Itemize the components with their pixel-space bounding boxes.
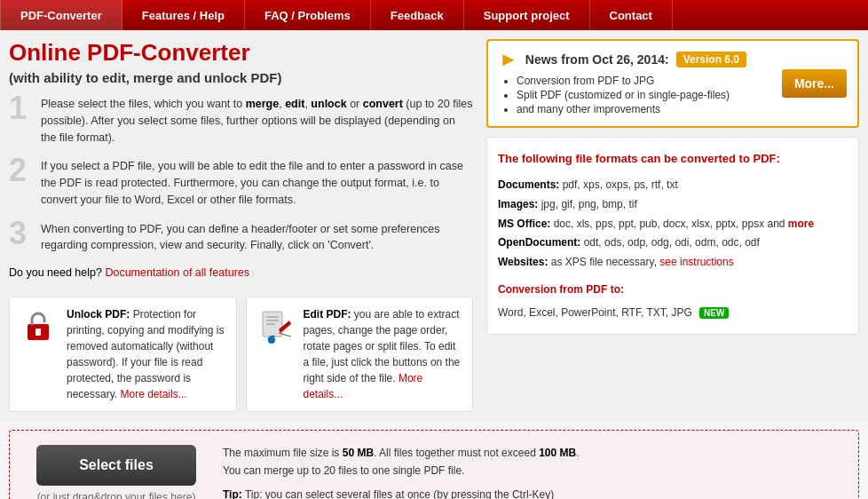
news-item-2: Split PDF (customized or in single-page-…: [517, 89, 773, 101]
conversion-formats: Word, Excel, PowerPoint, RTF, TXT, JPG N…: [498, 304, 848, 323]
features-row: Unlock PDF: Protection for printing, cop…: [9, 288, 473, 412]
conversion-title: Conversion from PDF to:: [498, 281, 848, 300]
websites-see-link[interactable]: see instructions: [659, 256, 733, 268]
formats-opendoc: OpenDocument: odt, ods, odp, odg, odi, o…: [498, 234, 848, 253]
news-item-3: and many other improvements: [517, 103, 773, 115]
unlock-feature-box: Unlock PDF: Protection for printing, cop…: [9, 297, 237, 412]
nav-pdf-converter[interactable]: PDF-Converter: [0, 0, 122, 30]
file-info: The maximum file size is 50 MB. All file…: [223, 444, 580, 499]
svg-rect-1: [36, 329, 41, 336]
step-number-2: 2: [9, 154, 34, 186]
nav-faq-problems[interactable]: FAQ / Problems: [245, 0, 371, 30]
formats-msoffice: MS Office: doc, xls, pps, ppt, pub, docx…: [498, 215, 848, 234]
formats-documents-value: pdf, xps, oxps, ps, rtf, txt: [563, 178, 678, 191]
max-size-info: The maximum file size is 50 MB. All file…: [223, 444, 580, 462]
formats-msoffice-label: MS Office:: [498, 218, 550, 230]
step-number-1: 1: [9, 92, 34, 124]
formats-documents: Documents: pdf, xps, oxps, ps, rtf, txt: [498, 176, 848, 195]
formats-websites-value: as XPS file necessary,: [551, 256, 657, 268]
msoffice-more-link[interactable]: more: [788, 218, 814, 230]
unlock-icon: [19, 306, 58, 345]
navigation: PDF-Converter Features / Help FAQ / Prob…: [0, 0, 868, 30]
formats-documents-label: Documents:: [498, 178, 559, 191]
formats-title: The following file formats can be conver…: [498, 148, 848, 169]
left-panel: Online PDF-Converter (with ability to ed…: [9, 39, 486, 412]
news-title: News from Oct 26, 2014:: [525, 52, 669, 67]
step-text-2: If you select a PDF file, you will be ab…: [41, 158, 473, 208]
unlock-more-link[interactable]: More details...: [120, 388, 186, 400]
news-box: ► News from Oct 26, 2014: Version 6.0 Co…: [486, 39, 859, 128]
bottom-section: Select files (or just drag&drop your fil…: [9, 430, 859, 499]
edit-feature-box: Edit PDF: you are able to extract pages,…: [246, 297, 474, 412]
edit-icon: [256, 306, 295, 345]
formats-images-label: Images:: [498, 198, 538, 210]
doc-link[interactable]: Documentation of all features: [105, 266, 249, 279]
doc-link-area: Do you need help? Documentation of all f…: [9, 266, 473, 279]
formats-box: The following file formats can be conver…: [486, 137, 859, 335]
step-number-3: 3: [9, 218, 34, 250]
step-1: 1 Please select the files, which you wan…: [9, 96, 473, 146]
nav-feedback[interactable]: Feedback: [371, 0, 464, 30]
nav-contact[interactable]: Contact: [590, 0, 673, 30]
news-item-1: Conversion from PDF to JPG: [517, 75, 773, 87]
merge-info: You can merge up to 20 files to one sing…: [223, 462, 580, 479]
step-2: 2 If you select a PDF file, you will be …: [9, 158, 473, 208]
news-header: ► News from Oct 26, 2014: Version 6.0: [499, 50, 773, 69]
select-files-button[interactable]: Select files: [36, 445, 196, 486]
formats-websites: Websites: as XPS file necessary, see ins…: [498, 253, 848, 273]
drag-drop-text: (or just drag&drop your files here): [37, 491, 196, 499]
page-title: Online PDF-Converter: [9, 39, 473, 67]
more-button[interactable]: More...: [782, 69, 847, 98]
step-text-1: Please select the files, which you want …: [41, 96, 473, 146]
formats-msoffice-value: doc, xls, pps, ppt, pub, docx, xlsx, ppt…: [554, 218, 785, 230]
news-items-list: Conversion from PDF to JPG Split PDF (cu…: [499, 75, 773, 115]
unlock-feature-text: Unlock PDF: Protection for printing, cop…: [67, 306, 227, 402]
formats-images-value: jpg, gif, png, bmp, tif: [541, 198, 637, 210]
formats-opendoc-value: odt, ods, odp, odg, odi, odm, odc, odf: [584, 236, 760, 249]
new-badge: NEW: [699, 307, 729, 319]
version-badge: Version 6.0: [676, 51, 746, 67]
tip-text: Tip: Tip: you can select several files a…: [223, 486, 580, 499]
news-arrow-icon: ►: [499, 50, 518, 69]
right-panel: ► News from Oct 26, 2014: Version 6.0 Co…: [486, 39, 859, 412]
formats-websites-label: Websites:: [498, 256, 548, 268]
nav-support-project[interactable]: Support project: [464, 0, 590, 30]
step-3: 3 When converting to PDF, you can define…: [9, 221, 473, 255]
main-container: Online PDF-Converter (with ability to ed…: [0, 30, 868, 421]
formats-opendoc-label: OpenDocument:: [498, 236, 580, 249]
page-subtitle: (with ability to edit, merge and unlock …: [9, 70, 473, 85]
formats-images: Images: jpg, gif, png, bmp, tif: [498, 195, 848, 215]
select-area: Select files (or just drag&drop your fil…: [28, 445, 205, 499]
edit-feature-text: Edit PDF: you are able to extract pages,…: [304, 306, 464, 402]
step-text-3: When converting to PDF, you can define a…: [41, 221, 473, 255]
news-main: ► News from Oct 26, 2014: Version 6.0 Co…: [499, 50, 773, 117]
nav-features-help[interactable]: Features / Help: [122, 0, 245, 30]
